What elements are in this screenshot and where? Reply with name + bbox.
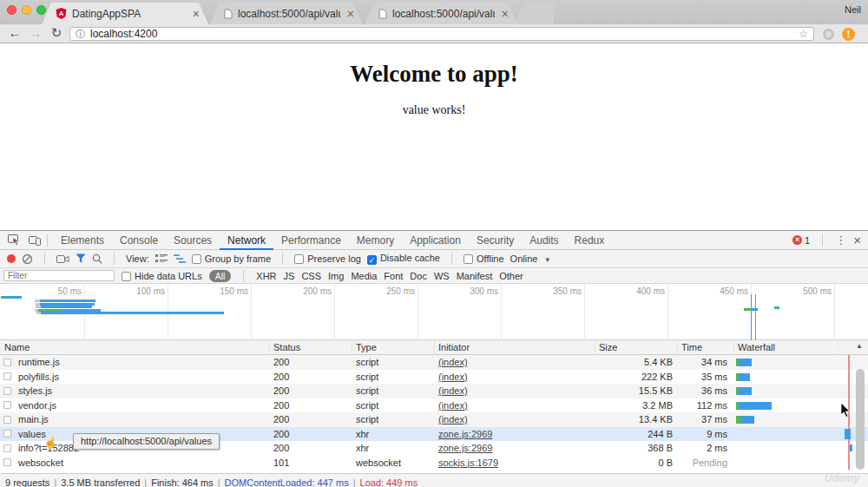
filter-type-all[interactable]: All <box>209 270 232 282</box>
filter-type-media[interactable]: Media <box>351 271 377 281</box>
new-tab-area[interactable] <box>514 3 554 24</box>
large-request-rows-icon[interactable] <box>155 253 168 264</box>
devtools-tab-network[interactable]: Network <box>220 231 273 250</box>
column-header-initiator[interactable]: Initiator <box>438 342 470 352</box>
checkbox-unchecked[interactable] <box>294 254 304 264</box>
checkbox-unchecked[interactable] <box>122 272 131 281</box>
browser-tab-api-values-1[interactable]: localhost:5000/api/values × <box>210 3 363 24</box>
browser-tab-datingappspa[interactable]: A DatingAppSPA × <box>42 3 208 24</box>
column-header-waterfall[interactable]: Waterfall <box>738 342 775 352</box>
checkbox-unchecked[interactable] <box>192 254 201 264</box>
network-overview-timeline[interactable]: 50 ms 100 ms 150 ms 200 ms 250 ms 300 ms… <box>0 284 868 340</box>
window-minimize-button[interactable] <box>22 5 31 15</box>
inspect-element-icon[interactable] <box>7 234 21 247</box>
tab-close-icon[interactable]: × <box>345 10 356 18</box>
filter-type-js[interactable]: JS <box>284 271 295 281</box>
tab-close-icon[interactable]: × <box>191 10 201 18</box>
table-row-polyfills-js[interactable]: polyfills.js 200 script (index) 222 KB 3… <box>0 370 868 385</box>
initiator-link[interactable]: (index) <box>438 372 468 382</box>
capture-screenshots-icon[interactable] <box>56 254 69 264</box>
table-row-runtime-js[interactable]: runtime.js 200 script (index) 5.4 KB 34 … <box>0 355 868 370</box>
devtools-tab-sources[interactable]: Sources <box>166 231 220 250</box>
extension-icon[interactable] <box>823 29 834 40</box>
table-row-vendor-js[interactable]: vendor.js 200 script (index) 3.2 MB 112 … <box>0 398 868 413</box>
devtools-tab-redux[interactable]: Redux <box>567 231 613 250</box>
reload-icon[interactable]: ↻ <box>49 25 64 41</box>
filter-type-other[interactable]: Other <box>499 271 523 281</box>
divider <box>243 270 244 282</box>
column-header-name[interactable]: Name <box>4 342 30 352</box>
browser-tab-api-values-2[interactable]: localhost:5000/api/values × <box>365 3 517 24</box>
filter-type-doc[interactable]: Doc <box>410 271 427 281</box>
tab-close-icon[interactable]: × <box>500 10 510 18</box>
initiator-link[interactable]: sockjs.js:1679 <box>438 457 498 468</box>
devtools-tab-console[interactable]: Console <box>112 231 166 250</box>
window-zoom-button[interactable] <box>36 5 46 15</box>
extension-alert-icon[interactable]: ! <box>842 28 855 41</box>
browser-toolbar: ← → ↻ ⓘ localhost:4200 ☆ ! <box>0 24 868 43</box>
request-icon <box>3 359 11 366</box>
tick-label: 450 ms <box>696 286 748 296</box>
bookmark-star-icon[interactable]: ☆ <box>799 28 808 40</box>
devtools-close-icon[interactable]: × <box>853 233 861 247</box>
record-network-log-button[interactable] <box>7 254 16 263</box>
devtools-overflow-menu-icon[interactable]: ⋮ <box>835 234 846 247</box>
column-header-type[interactable]: Type <box>356 342 377 352</box>
divider <box>47 234 48 247</box>
filter-type-font[interactable]: Font <box>384 271 403 281</box>
column-header-time[interactable]: Time <box>681 342 702 352</box>
filter-type-img[interactable]: Img <box>328 271 344 281</box>
initiator-link[interactable]: (index) <box>438 357 468 367</box>
devtools-tab-performance[interactable]: Performance <box>273 231 349 250</box>
summary-transferred: 3.5 MB transferred <box>61 477 140 487</box>
vertical-scrollbar[interactable] <box>856 369 865 470</box>
checkbox-checked[interactable]: ✓ <box>367 255 377 265</box>
clear-network-log-icon[interactable] <box>22 253 33 265</box>
tick-label: 250 ms <box>363 286 415 296</box>
search-icon[interactable] <box>92 253 102 264</box>
console-error-badge[interactable]: × 1 <box>792 235 810 246</box>
page-info-icon[interactable]: ⓘ <box>76 28 85 41</box>
devtools-tab-application[interactable]: Application <box>402 231 469 250</box>
column-header-size[interactable]: Size <box>599 342 617 352</box>
table-row-websocket[interactable]: websocket 101 websocket sockjs.js:1679 0… <box>0 456 868 471</box>
filter-type-xhr[interactable]: XHR <box>256 271 276 281</box>
filter-input[interactable] <box>3 270 115 281</box>
devtools-tab-elements[interactable]: Elements <box>53 231 112 250</box>
show-overview-icon[interactable] <box>174 253 186 264</box>
request-icon <box>3 401 11 409</box>
back-icon[interactable]: ← <box>7 25 23 40</box>
address-bar[interactable]: ⓘ localhost:4200 ☆ <box>69 27 814 41</box>
request-icon <box>3 444 11 452</box>
filter-icon[interactable] <box>76 253 86 264</box>
offline-checkbox[interactable]: Offline <box>464 253 504 264</box>
forward-icon[interactable]: → <box>28 25 43 40</box>
table-row-main-js[interactable]: main.js 200 script (index) 13.4 KB 37 ms <box>0 412 868 427</box>
initiator-link[interactable]: (index) <box>438 400 468 411</box>
separator: | <box>218 477 220 487</box>
url-text[interactable]: localhost:4200 <box>90 28 799 40</box>
initiator-link[interactable]: zone.js:2969 <box>438 443 492 453</box>
checkbox-unchecked[interactable] <box>464 254 473 264</box>
preserve-log-checkbox[interactable]: Preserve log <box>294 253 361 264</box>
devtools-tab-memory[interactable]: Memory <box>349 231 402 250</box>
sort-ascending-icon[interactable]: ▲ <box>856 342 863 350</box>
hide-data-urls-checkbox[interactable]: Hide data URLs <box>122 271 202 281</box>
filter-type-manifest[interactable]: Manifest <box>457 271 493 281</box>
window-close-button[interactable] <box>7 5 16 15</box>
devtools-tab-security[interactable]: Security <box>469 231 522 250</box>
throttling-dropdown[interactable]: Online ▾ <box>510 253 550 264</box>
tick-label: 350 ms <box>529 286 582 296</box>
initiator-link[interactable]: (index) <box>438 385 468 396</box>
initiator-link[interactable]: zone.js:2969 <box>438 429 492 439</box>
device-toolbar-icon[interactable] <box>28 234 42 247</box>
filter-type-ws[interactable]: WS <box>434 271 450 281</box>
group-by-frame-checkbox[interactable]: Group by frame <box>192 253 271 264</box>
filter-type-css[interactable]: CSS <box>301 271 321 281</box>
initiator-link[interactable]: (index) <box>438 414 468 424</box>
devtools-tab-audits[interactable]: Audits <box>522 231 566 250</box>
disable-cache-checkbox[interactable]: ✓Disable cache <box>367 253 440 265</box>
network-toolbar: View: Group by frame Preserve log ✓Disab… <box>0 250 868 268</box>
column-header-status[interactable]: Status <box>273 342 300 352</box>
table-row-styles-js[interactable]: styles.js 200 script (index) 15.5 KB 36 … <box>0 384 868 398</box>
